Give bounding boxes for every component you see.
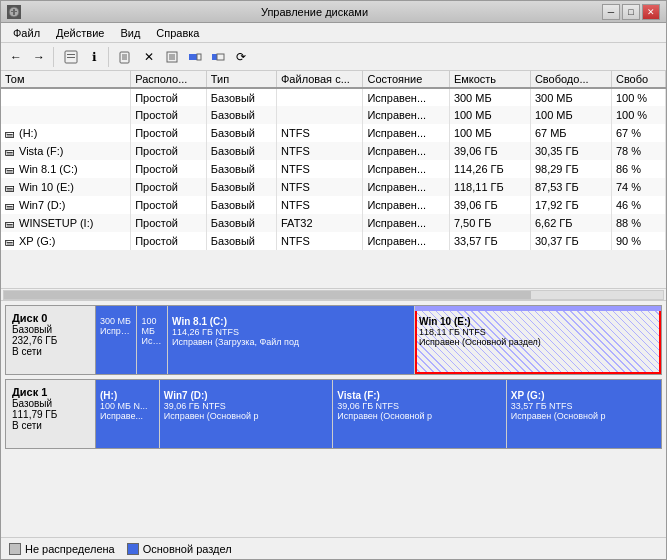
menu-view[interactable]: Вид (112, 25, 148, 41)
partition-p0-2[interactable]: 100 МБИсправен (137, 306, 168, 374)
col-fs[interactable]: Файловая с... (277, 71, 363, 88)
svg-rect-13 (197, 54, 201, 60)
table-container[interactable]: Том Располо... Тип Файловая с... Состоян… (1, 71, 666, 288)
table-row[interactable]: 🖴Win7 (D:)ПростойБазовыйNTFSИсправен...3… (1, 196, 666, 214)
legend-unallocated: Не распределена (9, 543, 115, 555)
partition-size-p0-1: 300 МБ (100, 316, 132, 326)
partition-name-p0-4: Win 10 (E:) (419, 316, 657, 327)
disk-label-0: Диск 0Базовый232,76 ГБВ сети (6, 306, 96, 374)
window-icon (7, 5, 21, 19)
partition-p0-4[interactable]: Win 10 (E:)118,11 ГБ NTFSИсправен (Основ… (415, 306, 661, 374)
partition-size-p1-4: 33,57 ГБ NTFS (511, 401, 657, 411)
partition-p0-3[interactable]: Win 8.1 (C:)114,26 ГБ NTFSИсправен (Загр… (168, 306, 415, 374)
menu-action[interactable]: Действие (48, 25, 112, 41)
title-bar: Управление дисками ─ □ ✕ (1, 1, 666, 23)
disk-label-1: Диск 1Базовый111,79 ГБВ сети (6, 380, 96, 448)
table-section: Том Располо... Тип Файловая с... Состоян… (1, 71, 666, 301)
partition-size-p0-2: 100 МБ (141, 316, 163, 336)
legend-basic-label: Основной раздел (143, 543, 232, 555)
partition-p1-3[interactable]: Vista (F:)39,06 ГБ NTFSИсправен (Основно… (333, 380, 506, 448)
main-window: Управление дисками ─ □ ✕ Файл Действие В… (0, 0, 667, 560)
menu-bar: Файл Действие Вид Справка (1, 23, 666, 43)
partition-status-p1-2: Исправен (Основной р (164, 411, 328, 421)
col-location[interactable]: Располо... (131, 71, 207, 88)
partition-size-p1-2: 39,06 ГБ NTFS (164, 401, 328, 411)
legend-basic-box (127, 543, 139, 555)
partition-name-p1-2: Win7 (D:) (164, 390, 328, 401)
legend-unalloc-label: Не распределена (25, 543, 115, 555)
disk-table: Том Располо... Тип Файловая с... Состоян… (1, 71, 666, 250)
table-row[interactable]: ПростойБазовыйИсправен...100 МБ100 МБ100… (1, 106, 666, 124)
window-title: Управление дисками (27, 6, 602, 18)
partition-size-p1-1: 100 МБ N... (100, 401, 155, 411)
col-freepct[interactable]: Свобо (611, 71, 665, 88)
table-row[interactable]: ПростойБазовыйИсправен...300 МБ300 МБ100… (1, 88, 666, 106)
col-status[interactable]: Состояние (363, 71, 449, 88)
new-button[interactable] (115, 46, 137, 68)
svg-rect-12 (189, 54, 197, 60)
menu-help[interactable]: Справка (148, 25, 207, 41)
main-content: Том Располо... Тип Файловая с... Состоян… (1, 71, 666, 559)
menu-file[interactable]: Файл (5, 25, 48, 41)
partition-status-p1-4: Исправен (Основной р (511, 411, 657, 421)
svg-rect-14 (212, 54, 217, 60)
table-row[interactable]: 🖴Win 8.1 (C:)ПростойБазовыйNTFSИсправен.… (1, 160, 666, 178)
shrink-button[interactable] (207, 46, 229, 68)
svg-rect-4 (67, 54, 75, 55)
maximize-button[interactable]: □ (622, 4, 640, 20)
close-button[interactable]: ✕ (642, 4, 660, 20)
partition-size-p0-3: 114,26 ГБ NTFS (172, 327, 410, 337)
delete-button[interactable]: ✕ (138, 46, 160, 68)
toolbar: ← → ℹ ✕ ⟳ (1, 43, 666, 71)
disk-row-0: Диск 0Базовый232,76 ГБВ сети300 МБИсправ… (5, 305, 662, 375)
partition-name-p0-3: Win 8.1 (C:) (172, 316, 410, 327)
table-row[interactable]: 🖴XP (G:)ПростойБазовыйNTFSИсправен...33,… (1, 232, 666, 250)
partition-status-p0-1: Исправен (Ра... (100, 326, 132, 336)
partition-status-p1-1: Исправе... (100, 411, 155, 421)
legend-unalloc-box (9, 543, 21, 555)
table-row[interactable]: 🖴WINSETUP (I:)ПростойБазовыйFAT32Исправе… (1, 214, 666, 232)
partition-name-p1-4: XP (G:) (511, 390, 657, 401)
svg-rect-2 (13, 9, 15, 15)
extend-button[interactable] (184, 46, 206, 68)
legend-basic: Основной раздел (127, 543, 232, 555)
svg-rect-15 (217, 54, 224, 60)
legend: Не распределена Основной раздел (1, 537, 666, 559)
disk-row-1: Диск 1Базовый111,79 ГБВ сети(H:)100 МБ N… (5, 379, 662, 449)
col-capacity[interactable]: Емкость (449, 71, 530, 88)
window-controls: ─ □ ✕ (602, 4, 660, 20)
col-free[interactable]: Свободо... (530, 71, 611, 88)
back-button[interactable]: ← (5, 46, 27, 68)
disk-section: Диск 0Базовый232,76 ГБВ сети300 МБИсправ… (1, 301, 666, 537)
svg-rect-5 (67, 57, 75, 58)
toolbar-sep-2 (108, 47, 112, 67)
info-button[interactable]: ℹ (83, 46, 105, 68)
partition-status-p0-4: Исправен (Основной раздел) (419, 337, 657, 347)
col-type[interactable]: Тип (206, 71, 276, 88)
partition-p1-4[interactable]: XP (G:)33,57 ГБ NTFSИсправен (Основной р (507, 380, 661, 448)
partition-size-p1-3: 39,06 ГБ NTFS (337, 401, 501, 411)
table-row[interactable]: 🖴(H:)ПростойБазовыйNTFSИсправен...100 МБ… (1, 124, 666, 142)
partition-p0-1[interactable]: 300 МБИсправен (Ра... (96, 306, 137, 374)
partition-status-p0-3: Исправен (Загрузка, Файл под (172, 337, 410, 347)
svg-rect-11 (169, 54, 175, 60)
minimize-button[interactable]: ─ (602, 4, 620, 20)
partition-size-p0-4: 118,11 ГБ NTFS (419, 327, 657, 337)
toolbar-sep-1 (53, 47, 57, 67)
col-name[interactable]: Том (1, 71, 131, 88)
partition-status-p1-3: Исправен (Основной р (337, 411, 501, 421)
partition-name-p1-3: Vista (F:) (337, 390, 501, 401)
table-row[interactable]: 🖴Vista (F:)ПростойБазовыйNTFSИсправен...… (1, 142, 666, 160)
format-button[interactable] (161, 46, 183, 68)
disk-partitions-0: 300 МБИсправен (Ра...100 МБИсправенWin 8… (96, 306, 661, 374)
partition-status-p0-2: Исправен (141, 336, 163, 346)
partition-name-p1-1: (H:) (100, 390, 155, 401)
partition-p1-2[interactable]: Win7 (D:)39,06 ГБ NTFSИсправен (Основной… (160, 380, 333, 448)
forward-button[interactable]: → (28, 46, 50, 68)
properties-button[interactable] (60, 46, 82, 68)
partition-p1-1[interactable]: (H:)100 МБ N...Исправе... (96, 380, 160, 448)
disk-partitions-1: (H:)100 МБ N...Исправе...Win7 (D:)39,06 … (96, 380, 661, 448)
refresh-button[interactable]: ⟳ (230, 46, 252, 68)
table-row[interactable]: 🖴Win 10 (E:)ПростойБазовыйNTFSИсправен..… (1, 178, 666, 196)
